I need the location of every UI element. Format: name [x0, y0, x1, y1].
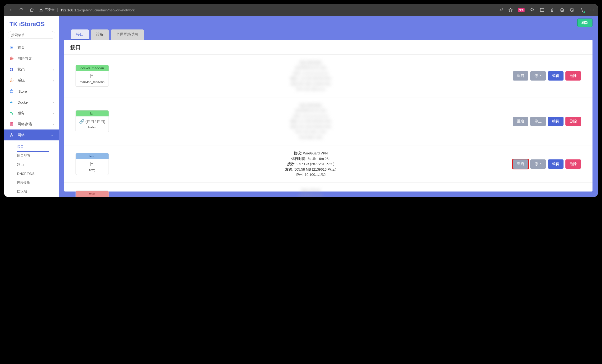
docker-icon	[9, 100, 14, 105]
interface-name: tkwg	[76, 153, 108, 159]
browser-toolbar: 不安全 | 192.168.1.1/cgi-bin/luci/admin/net…	[4, 4, 598, 16]
tab-设备[interactable]: 设备	[91, 30, 109, 40]
restart-button[interactable]: 重启	[513, 71, 528, 81]
sidebar-item-服务[interactable]: 服务 ›	[4, 108, 59, 118]
svg-point-26	[11, 133, 12, 134]
sidebar-toggle-icon[interactable]	[540, 8, 545, 12]
sidebar-item-首页[interactable]: 首页	[4, 42, 59, 53]
collections-icon[interactable]	[560, 8, 564, 12]
svg-rect-14	[12, 68, 13, 69]
favorite-icon[interactable]	[508, 8, 513, 12]
submenu-item-防火墙[interactable]: 防火墙	[17, 187, 59, 196]
device-name: macvlan_macvlan	[77, 80, 107, 84]
sidebar-item-iStore[interactable]: iStore	[4, 86, 59, 97]
sidebar-item-网络向导[interactable]: 网络向导	[4, 53, 59, 64]
cogs-icon	[9, 110, 14, 116]
url-text: 192.168.1.1/cgi-bin/luci/admin/network/n…	[60, 8, 135, 12]
read-aloud-icon[interactable]: A))	[499, 8, 503, 12]
svg-rect-18	[10, 90, 13, 93]
main-content: 刷新 接口设备全局网络选项 接口 docker_macvlan macvlan_…	[59, 16, 598, 197]
svg-rect-21	[12, 102, 12, 102]
database-icon	[9, 121, 14, 127]
sidebar-item-label: 网络存储	[18, 122, 32, 126]
interface-list: docker_macvlan macvlan_macvlan 协议 静态地址 运…	[64, 54, 592, 197]
svg-point-7	[592, 10, 592, 11]
sidebar-item-系统[interactable]: 系统 ›	[4, 75, 59, 86]
network-icon	[9, 132, 14, 138]
delete-button[interactable]: 删除	[565, 71, 581, 81]
browser-right-icons: A)) 文A	[499, 8, 594, 12]
performance-icon[interactable]	[580, 8, 584, 12]
svg-point-8	[593, 10, 594, 11]
refresh-button[interactable]: 刷新	[577, 19, 592, 27]
interface-badge[interactable]: lan 🔗 () br-lan	[75, 110, 109, 132]
svg-rect-22	[11, 101, 11, 102]
chevron-right-icon: ›	[53, 78, 54, 82]
restart-button[interactable]: 重启	[513, 117, 528, 126]
interfaces-card: 接口 docker_macvlan macvlan_macvlan 协议 静态地…	[64, 40, 592, 192]
device-icon: 🔗 ()	[77, 119, 107, 124]
interface-badge[interactable]: tkwg tkwg	[75, 153, 109, 175]
history-icon[interactable]	[570, 8, 574, 12]
interface-info: 协议: WireGuard VPN 运行时间: 5d 4h 16m 28s 接收…	[114, 151, 508, 177]
refresh-browser-button[interactable]	[18, 7, 25, 13]
device-icon	[77, 74, 107, 79]
svg-point-24	[12, 113, 13, 114]
interface-row-wan: wan pppoe-wan 协议 PPPoE 运行时间 5d 4h 接收 45.…	[64, 182, 592, 197]
sidebar-item-状态[interactable]: 状态 ›	[4, 64, 59, 75]
address-bar[interactable]: 不安全 | 192.168.1.1/cgi-bin/luci/admin/net…	[39, 8, 135, 12]
more-menu-icon[interactable]	[590, 8, 594, 12]
submenu-item-DHCP/DNS[interactable]: DHCP/DNS	[17, 169, 59, 178]
sidebar-item-网络[interactable]: 网络 ⌄	[4, 129, 59, 140]
translate-extension-icon[interactable]: 文A	[518, 8, 525, 12]
svg-rect-16	[10, 70, 11, 71]
edit-button[interactable]: 编辑	[548, 71, 563, 81]
sidebar-item-label: 网络向导	[18, 56, 32, 61]
delete-button[interactable]: 删除	[565, 117, 581, 126]
brand-logo[interactable]: TK iStoreOS	[4, 16, 59, 31]
tab-接口[interactable]: 接口	[71, 30, 89, 40]
stop-button[interactable]: 停止	[530, 160, 546, 169]
network-submenu: 接口网口配置路由DHCP/DNS网络诊断防火墙	[4, 141, 59, 197]
sidebar-item-label: Docker	[18, 100, 29, 104]
tabs: 接口设备全局网络选项	[59, 30, 598, 40]
extensions-icon[interactable]	[530, 8, 535, 12]
search-menu-input[interactable]	[8, 31, 55, 39]
submenu-item-网口配置[interactable]: 网口配置	[17, 151, 59, 160]
submenu-item-接口[interactable]: 接口	[17, 142, 59, 151]
interface-badge[interactable]: docker_macvlan macvlan_macvlan	[75, 65, 109, 87]
stop-button[interactable]: 停止	[530, 117, 546, 126]
interface-badge[interactable]: wan pppoe-wan	[75, 191, 109, 197]
svg-rect-19	[10, 102, 11, 102]
main-menu: 首页 网络向导 状态 › 系统 › iStore	[4, 41, 59, 141]
delete-button[interactable]: 删除	[565, 160, 581, 169]
edit-button[interactable]: 编辑	[548, 117, 563, 126]
svg-point-6	[591, 10, 591, 11]
app-window: 不安全 | 192.168.1.1/cgi-bin/luci/admin/net…	[4, 4, 598, 197]
sidebar-item-网络存储[interactable]: 网络存储 ›	[4, 118, 59, 129]
dashboard-icon	[9, 67, 14, 72]
submenu-item-路由[interactable]: 路由	[17, 160, 59, 169]
chevron-right-icon: ›	[53, 67, 54, 72]
interface-row-tkwg: tkwg tkwg 协议: WireGuard VPN 运行时间: 5d 4h …	[64, 145, 592, 182]
interface-row-docker_macvlan: docker_macvlan macvlan_macvlan 协议 静态地址 运…	[64, 54, 592, 97]
sidebar-item-label: 首页	[18, 45, 25, 50]
favorites-bar-icon[interactable]	[550, 8, 555, 12]
chevron-right-icon: ›	[53, 111, 54, 115]
submenu-item-网络诊断[interactable]: 网络诊断	[17, 178, 59, 187]
edit-button[interactable]: 编辑	[548, 160, 563, 169]
sidebar-item-Docker[interactable]: Docker ›	[4, 97, 59, 108]
device-name: br-lan	[77, 126, 107, 129]
tab-全局网络选项[interactable]: 全局网络选项	[111, 30, 144, 40]
back-button[interactable]	[8, 7, 14, 13]
home-browser-button[interactable]	[29, 7, 35, 13]
interface-info-blurred: 协议 静态地址 运行时间 5d 4h 16m MAC: xx:xx:xx:xx:…	[114, 103, 508, 140]
svg-rect-20	[11, 102, 11, 102]
stop-button[interactable]: 停止	[530, 71, 546, 81]
interface-actions: 重启 停止 编辑 删除	[513, 71, 581, 81]
sidebar-item-label: 网络	[18, 133, 25, 137]
app-body: TK iStoreOS 首页 网络向导 状态 › 系统	[4, 16, 598, 197]
restart-button[interactable]: 重启	[513, 160, 528, 169]
chevron-down-icon: ⌄	[51, 133, 54, 137]
page-topbar: 刷新	[59, 16, 598, 30]
